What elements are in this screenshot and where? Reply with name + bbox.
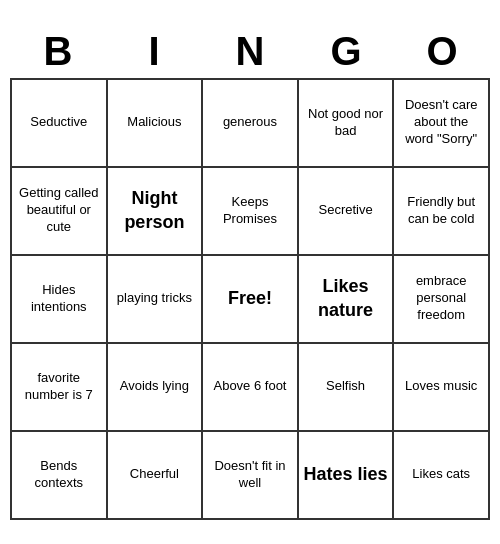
header-letter-b: B: [10, 25, 106, 78]
bingo-cell-19: Loves music: [394, 344, 490, 432]
bingo-cell-24: Likes cats: [394, 432, 490, 520]
bingo-cell-0: Seductive: [12, 80, 108, 168]
bingo-cell-16: Avoids lying: [108, 344, 204, 432]
bingo-cell-21: Cheerful: [108, 432, 204, 520]
bingo-cell-18: Selfish: [299, 344, 395, 432]
bingo-cell-3: Not good nor bad: [299, 80, 395, 168]
bingo-cell-13: Likes nature: [299, 256, 395, 344]
bingo-cell-23: Hates lies: [299, 432, 395, 520]
bingo-cell-8: Secretive: [299, 168, 395, 256]
bingo-grid: SeductiveMaliciousgenerousNot good nor b…: [10, 78, 490, 520]
bingo-card: BINGO SeductiveMaliciousgenerousNot good…: [10, 25, 490, 520]
header-letter-n: N: [202, 25, 298, 78]
bingo-cell-7: Keeps Promises: [203, 168, 299, 256]
header-letter-g: G: [298, 25, 394, 78]
bingo-cell-9: Friendly but can be cold: [394, 168, 490, 256]
bingo-cell-6: Night person: [108, 168, 204, 256]
header-letter-o: O: [394, 25, 490, 78]
bingo-cell-15: favorite number is 7: [12, 344, 108, 432]
bingo-cell-11: playing tricks: [108, 256, 204, 344]
bingo-cell-10: Hides intentions: [12, 256, 108, 344]
bingo-cell-20: Bends contexts: [12, 432, 108, 520]
bingo-header: BINGO: [10, 25, 490, 78]
bingo-cell-1: Malicious: [108, 80, 204, 168]
header-letter-i: I: [106, 25, 202, 78]
bingo-cell-12: Free!: [203, 256, 299, 344]
bingo-cell-17: Above 6 foot: [203, 344, 299, 432]
bingo-cell-22: Doesn't fit in well: [203, 432, 299, 520]
bingo-cell-5: Getting called beautiful or cute: [12, 168, 108, 256]
bingo-cell-4: Doesn't care about the word "Sorry": [394, 80, 490, 168]
bingo-cell-2: generous: [203, 80, 299, 168]
bingo-cell-14: embrace personal freedom: [394, 256, 490, 344]
